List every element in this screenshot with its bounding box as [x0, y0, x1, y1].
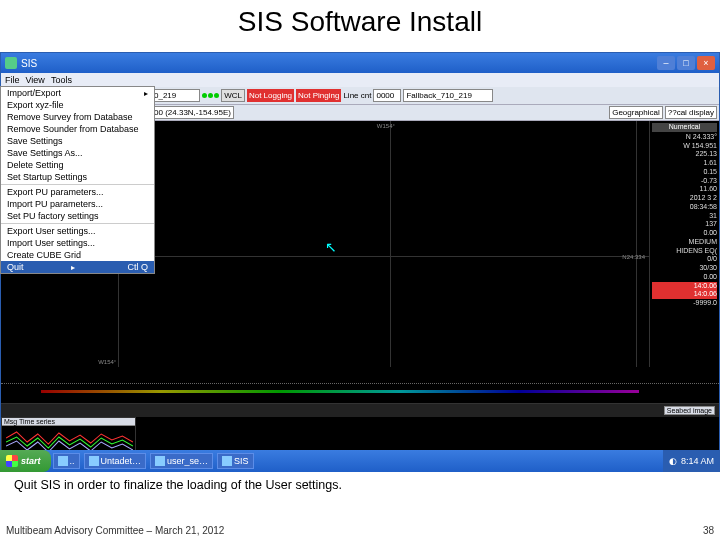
- menu-item-export-xyz[interactable]: Export xyz-file: [1, 99, 154, 111]
- num-row: 11.60: [652, 185, 717, 194]
- num-row: 0.00: [652, 229, 717, 238]
- num-row: 225.13: [652, 150, 717, 159]
- start-button[interactable]: start: [0, 450, 51, 472]
- num-row: W 154.951: [652, 142, 717, 151]
- survey-select[interactable]: Fallback_710_219: [403, 89, 493, 102]
- menu-item-create-cube[interactable]: Create CUBE Grid: [1, 249, 154, 261]
- taskbar-button[interactable]: SIS: [217, 453, 254, 469]
- app-icon: [222, 456, 232, 466]
- titlebar: SIS – □ ×: [1, 53, 719, 73]
- app-icon: [58, 456, 68, 466]
- menu-item-save-settings[interactable]: Save Settings: [1, 135, 154, 147]
- num-row-alert: 14:0.06: [652, 282, 717, 291]
- menu-item-import-user[interactable]: Import User settings...: [1, 237, 154, 249]
- window-title: SIS: [21, 58, 37, 69]
- wcl-button[interactable]: WCL: [221, 89, 245, 102]
- footer-left: Multibeam Advisory Committee – March 21,…: [6, 525, 224, 536]
- menu-item-export-user[interactable]: Export User settings...: [1, 225, 154, 237]
- windows-flag-icon: [6, 455, 18, 467]
- timeseries-header: Msg Time series: [2, 418, 135, 426]
- menu-view[interactable]: View: [26, 75, 45, 85]
- menu-item-remove-survey[interactable]: Remove Survey from Database: [1, 111, 154, 123]
- clock: 8:14 AM: [681, 456, 714, 466]
- maximize-button[interactable]: □: [677, 56, 695, 70]
- menu-separator: [1, 184, 154, 185]
- submenu-arrow-icon: ▸: [71, 263, 75, 272]
- taskbar-button[interactable]: ..: [53, 453, 80, 469]
- num-row: 0.15: [652, 168, 717, 177]
- submenu-arrow-icon: ▸: [144, 89, 148, 98]
- num-row: 08:34:58: [652, 203, 717, 212]
- num-row: 31: [652, 212, 717, 221]
- not-logging-badge[interactable]: Not Logging: [247, 89, 294, 102]
- taskbar-button[interactable]: user_se…: [150, 453, 213, 469]
- menu-item-quit[interactable]: Quit▸Ctl Q: [1, 261, 154, 273]
- close-button[interactable]: ×: [697, 56, 715, 70]
- spectrum-bar: [41, 390, 639, 393]
- menu-separator: [1, 223, 154, 224]
- num-row: -0.73: [652, 177, 717, 186]
- app-icon: [155, 456, 165, 466]
- tray-icon[interactable]: ◐: [669, 456, 677, 466]
- scale-display-select[interactable]: ??cal display: [665, 106, 717, 119]
- file-menu-dropdown: Import/Export▸ Export xyz-file Remove Su…: [0, 86, 155, 274]
- seabed-image-label[interactable]: Seabed image: [664, 406, 715, 415]
- menu-item-import-export[interactable]: Import/Export▸: [1, 87, 154, 99]
- num-row: 0/0: [652, 255, 717, 264]
- system-tray[interactable]: ◐ 8:14 AM: [663, 450, 720, 472]
- menu-item-remove-sounder[interactable]: Remove Sounder from Database: [1, 123, 154, 135]
- app-icon: [5, 57, 17, 69]
- menu-item-save-settings-as[interactable]: Save Settings As...: [1, 147, 154, 159]
- seabed-row: Seabed image: [1, 403, 719, 417]
- num-row: 2012 3 2: [652, 194, 717, 203]
- map-cursor-icon: ↖: [325, 239, 337, 255]
- app-icon: [89, 456, 99, 466]
- num-row: 30/30: [652, 264, 717, 273]
- line-cnt-label: Line cnt: [343, 91, 371, 100]
- status-dots-icon: [202, 93, 219, 98]
- geo-mode-select[interactable]: Geographical: [609, 106, 663, 119]
- num-row: 1.61: [652, 159, 717, 168]
- num-row: -9999.0: [652, 299, 717, 308]
- slide-title: SIS Software Install: [0, 0, 720, 40]
- menu-item-export-pu[interactable]: Export PU parameters...: [1, 186, 154, 198]
- slide-number: 38: [703, 525, 714, 536]
- windows-taskbar: start .. Untadet… user_se… SIS ◐ 8:14 AM: [0, 450, 720, 472]
- menu-tools[interactable]: Tools: [51, 75, 72, 85]
- num-row: MEDIUM: [652, 238, 717, 247]
- num-row: 137: [652, 220, 717, 229]
- numerical-panel: Numerical N 24.333° W 154.951 225.13 1.6…: [649, 121, 719, 367]
- menu-item-import-pu[interactable]: Import PU parameters...: [1, 198, 154, 210]
- minimize-button[interactable]: –: [657, 56, 675, 70]
- menu-file[interactable]: File: [5, 75, 20, 85]
- color-scale-strip: [1, 383, 719, 399]
- num-row: N 24.333°: [652, 133, 717, 142]
- line-cnt-field: 0000: [373, 89, 401, 102]
- numerical-header: Numerical: [652, 123, 717, 132]
- slide-caption: Quit SIS in order to finalize the loadin…: [14, 478, 706, 492]
- not-pinging-badge[interactable]: Not Pinging: [296, 89, 341, 102]
- menu-item-set-startup[interactable]: Set Startup Settings: [1, 171, 154, 183]
- num-row-alert: 14:0.06: [652, 290, 717, 299]
- menubar: File View Tools: [1, 73, 719, 87]
- menu-item-pu-factory[interactable]: Set PU factory settings: [1, 210, 154, 222]
- num-row: 0.00: [652, 273, 717, 282]
- menu-item-delete-setting[interactable]: Delete Setting: [1, 159, 154, 171]
- num-row: HIDENS EQ(: [652, 247, 717, 256]
- taskbar-button[interactable]: Untadet…: [84, 453, 147, 469]
